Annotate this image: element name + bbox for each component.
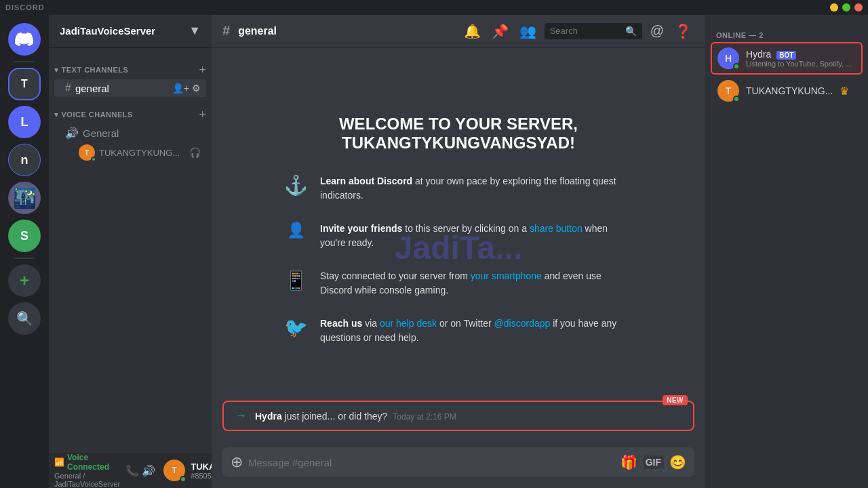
member-avatar-hydra: H [717, 47, 739, 69]
text-channels-label[interactable]: ▾ TEXT CHANNELS [54, 66, 128, 75]
members-online-label: ONLINE — 2 [711, 26, 863, 42]
channel-item-general-voice[interactable]: 🔊 General [54, 124, 206, 142]
channel-header: # general 🔔 📌 👥 Search 🔍 @ ❓ [212, 15, 705, 47]
voice-controls: 📞 🔊 [125, 464, 155, 477]
header-right: 🔔 📌 👥 Search 🔍 @ ❓ [461, 20, 694, 42]
chevron-down-icon: ▼ [189, 24, 201, 38]
message-input-box: ⊕ 🎁 GIF 😊 [222, 447, 694, 477]
add-text-channel-button[interactable]: + [199, 64, 206, 76]
app: T L n 🌃 S + 🔍 JadiTauVoiceServer ▼ ▾ TEX… [0, 15, 868, 488]
members-icon[interactable]: 👥 [517, 20, 539, 42]
chevron-down-small-icon: ▾ [54, 66, 59, 75]
welcome-item-help: 🐦 Reach us via our help desk or on Twitt… [282, 317, 635, 345]
server-header[interactable]: JadiTauVoiceServer ▼ [49, 15, 212, 47]
welcome-section: WELCOME TO YOUR SERVER, TUKANGTYKUNGVANG… [222, 58, 694, 401]
members-sidebar: ONLINE — 2 H Hydra BOT Listening to YouT… [705, 15, 868, 488]
at-icon[interactable]: @ [648, 20, 667, 41]
channel-list: ▾ TEXT CHANNELS + # general 👤+ ⚙ ▾ VOICE… [49, 47, 212, 453]
voice-channels-label[interactable]: ▾ VOICE CHANNELS [54, 110, 133, 119]
add-attachment-button[interactable]: ⊕ [231, 453, 243, 471]
member-info-tukangtykung: TUKANGTYKUNG... [746, 85, 833, 96]
welcome-item-mobile: 📱 Stay connected to your server from you… [282, 269, 635, 298]
twitter-icon: 🐦 [282, 317, 309, 339]
share-button-link[interactable]: share button [530, 223, 583, 234]
server-icon-home[interactable] [8, 23, 41, 56]
bell-icon[interactable]: 🔔 [461, 20, 484, 42]
user-online-dot [180, 476, 186, 483]
server-list: T L n 🌃 S + 🔍 [0, 15, 49, 488]
welcome-title: WELCOME TO YOUR SERVER, TUKANGTYKUNGVANG… [236, 115, 681, 152]
server-icon-l[interactable]: L [8, 106, 41, 138]
gif-icon[interactable]: GIF [643, 455, 664, 469]
server-icon-s[interactable]: S [8, 220, 41, 252]
voice-status-label: 📶 Voice Connected [54, 453, 120, 472]
channel-name-general: general [75, 83, 168, 94]
channel-item-general[interactable]: # general 👤+ ⚙ [54, 79, 206, 97]
smartphone-link[interactable]: your smartphone [471, 270, 542, 281]
chevron-down-small-icon-2: ▾ [54, 110, 59, 119]
server-icon-n[interactable]: n [8, 144, 41, 176]
member-item-tukangtykung[interactable]: T TUKANGTYKUNG... ♛ [711, 75, 863, 107]
search-bar[interactable]: Search 🔍 [545, 23, 642, 39]
text-channels-category: ▾ TEXT CHANNELS + [49, 53, 212, 79]
user-panel: 📶 Voice Connected General / JadiTauVoice… [49, 453, 212, 488]
message-input-area: ⊕ 🎁 GIF 😊 [212, 447, 705, 488]
channel-actions: 👤+ ⚙ [172, 83, 201, 94]
voice-user-tukangtykung[interactable]: T TUKANGTYKUNG... 🎧 [54, 143, 206, 162]
help-text: Reach us via our help desk or on Twitter… [320, 317, 635, 345]
member-name-hydra: Hydra BOT [746, 49, 852, 60]
chat-area: JadiTa... WELCOME TO YOUR SERVER, TUKANG… [212, 47, 705, 447]
voice-user-avatar: T [79, 144, 95, 161]
voice-panel-icon-2[interactable]: 🔊 [142, 464, 155, 477]
message-input[interactable] [248, 457, 615, 468]
add-voice-channel-button[interactable]: + [199, 108, 206, 121]
member-avatar-tukangtykung: T [717, 80, 739, 102]
hydra-status-dot [733, 63, 740, 70]
voice-user-status [91, 157, 96, 162]
maximize-button[interactable] [842, 3, 850, 12]
learn-icon: ⚓ [282, 174, 309, 197]
crown-icon: ♛ [840, 85, 849, 98]
titlebar: DISCORD [0, 0, 868, 15]
help-icon[interactable]: ❓ [672, 20, 694, 42]
server-icon-photo[interactable]: 🌃 [8, 182, 41, 214]
invite-text: Invite your friends to this server by cl… [320, 222, 635, 250]
search-placeholder: Search [550, 26, 621, 36]
titlebar-controls[interactable] [830, 3, 863, 12]
server-icon-jadtau[interactable]: T [8, 68, 41, 100]
server-icon-add[interactable]: + [8, 264, 41, 297]
input-right: 🎁 GIF 😊 [620, 454, 686, 470]
message-timestamp: Today at 2:16 PM [393, 412, 456, 422]
pin-icon[interactable]: 📌 [489, 20, 511, 42]
add-user-icon[interactable]: 👤+ [172, 83, 189, 94]
minimize-button[interactable] [830, 3, 838, 12]
header-hash-icon: # [222, 23, 230, 39]
member-info-hydra: Hydra BOT Listening to YouTube, Spotify,… [746, 49, 852, 68]
welcome-item-learn: ⚓ Learn about Discord at your own pace b… [282, 174, 635, 203]
message-text: just joined... or did they? [282, 411, 388, 422]
bot-badge: BOT [776, 51, 796, 60]
mobile-text: Stay connected to your server from your … [320, 269, 635, 298]
emoji-icon[interactable]: 😊 [669, 454, 686, 470]
user-avatar: T [163, 460, 185, 481]
server-divider-2 [14, 258, 35, 259]
gift-icon[interactable]: 🎁 [620, 454, 637, 470]
message-arrow-icon: → [235, 409, 247, 423]
hydra-status-text: Listening to YouTube, Spotify, ... [746, 60, 852, 68]
tukangtykung-status-dot [733, 96, 740, 102]
invite-icon: 👤 [282, 222, 309, 239]
member-item-hydra[interactable]: H Hydra BOT Listening to YouTube, Spotif… [711, 42, 863, 75]
message-username: Hydra [255, 411, 282, 422]
close-button[interactable] [854, 3, 863, 12]
help-desk-link[interactable]: our help desk [380, 318, 437, 329]
voice-panel-icon-1[interactable]: 📞 [125, 464, 139, 477]
search-icon: 🔍 [625, 26, 637, 37]
mobile-icon: 📱 [282, 269, 309, 291]
settings-icon[interactable]: ⚙ [192, 83, 201, 94]
deafen-icon: 🎧 [189, 147, 201, 158]
voice-channel-name-general: General [83, 127, 201, 139]
welcome-items: ⚓ Learn about Discord at your own pace b… [282, 174, 635, 345]
new-badge: NEW [663, 395, 688, 405]
twitter-link[interactable]: @discordapp [494, 318, 551, 329]
server-icon-explore[interactable]: 🔍 [8, 302, 41, 335]
